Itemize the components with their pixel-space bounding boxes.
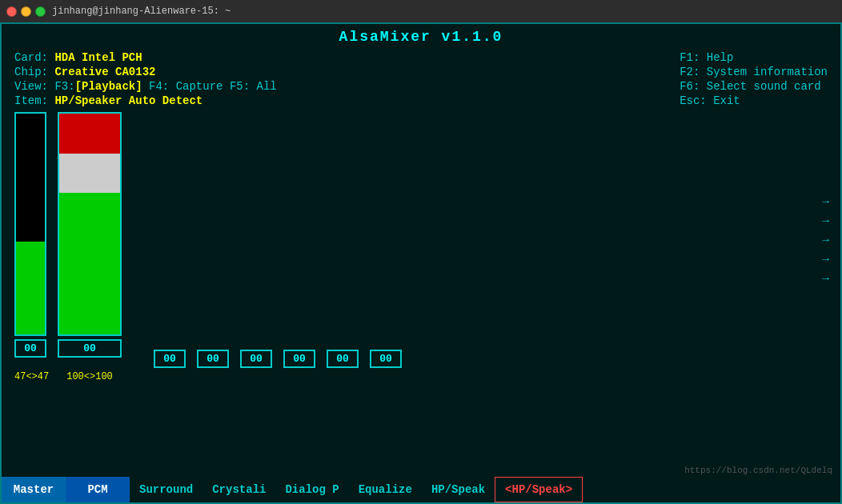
view-label: View:	[14, 80, 48, 93]
master-fader[interactable]	[14, 112, 46, 336]
info-right: F1: Help F2: System information F6: Sele…	[680, 51, 828, 107]
tab-hpspeak2[interactable]: <HP/Speak>	[495, 477, 583, 502]
esc-desc: Exit	[713, 94, 740, 107]
pcm-left-red	[59, 114, 90, 154]
item-label: Item:	[14, 94, 48, 107]
chip-value: Creative CA0132	[54, 66, 155, 78]
arrow-2: →	[823, 214, 829, 227]
card-value: HDA Intel PCH	[54, 51, 142, 64]
app-title: AlsaMixer v1.1.0	[6, 29, 836, 45]
f2-desc: System information	[707, 66, 828, 78]
main-container: AlsaMixer v1.1.0 Card: HDA Intel PCH Chi…	[0, 22, 842, 504]
crystali-value-box: 00	[197, 350, 229, 368]
channel-dialogp: 00	[240, 112, 272, 368]
volume-readouts: 47<>47 100<>100	[6, 371, 836, 382]
channel-master: 00	[14, 112, 46, 368]
arrow-4: →	[823, 253, 829, 266]
view-playback: [Playback]	[75, 80, 142, 93]
channel-hpspeak1: 00	[327, 112, 359, 368]
card-line: Card: HDA Intel PCH	[14, 51, 277, 64]
maximize-button[interactable]	[35, 6, 46, 17]
pcm-vol-label: 100<>100	[58, 371, 122, 382]
f6-shortcut: F6: Select sound card	[680, 80, 828, 93]
view-f5: F5: All	[230, 80, 277, 93]
card-label: Card:	[14, 51, 48, 64]
f1-shortcut: F1: Help	[680, 51, 828, 64]
pcm-fader[interactable]	[58, 112, 122, 336]
arrow-3: →	[823, 234, 829, 246]
f2-key: F2:	[680, 66, 700, 78]
hpspeak2-value-box: 00	[370, 350, 402, 368]
tab-hpspeak1[interactable]: HP/Speak	[422, 477, 495, 502]
channel-crystali: 00	[197, 112, 229, 368]
arrow-5: →	[823, 272, 829, 285]
tab-equalize[interactable]: Equalize	[349, 477, 422, 502]
minimize-button[interactable]	[21, 6, 31, 17]
channel-pcm: 00	[58, 112, 122, 368]
esc-shortcut: Esc: Exit	[680, 94, 828, 107]
surround-value-box: 00	[154, 350, 186, 368]
pcm-right-white	[90, 154, 120, 194]
master-value-box: 00	[14, 339, 46, 358]
chip-line: Chip: Creative CA0132	[14, 66, 277, 78]
tab-pcm[interactable]: PCM	[66, 477, 130, 502]
dialogp-value-box: 00	[240, 350, 272, 368]
arrow-1: →	[823, 195, 829, 208]
info-section: Card: HDA Intel PCH Chip: Creative CA013…	[6, 51, 836, 107]
master-vol-label: 47<>47	[14, 371, 46, 382]
hpspeak1-value-box: 00	[327, 350, 359, 368]
pcm-left-white	[59, 154, 90, 194]
f6-desc: Select sound card	[707, 80, 821, 93]
tab-dialogp[interactable]: Dialog P	[275, 477, 348, 502]
pcm-right-red	[90, 114, 120, 154]
item-value: HP/Speaker Auto Detect	[54, 94, 202, 107]
title-bar: jinhang@jinhang-Alienware-15: ~	[0, 0, 842, 22]
url-watermark: https://blog.csdn.net/QLdelq	[684, 466, 832, 475]
equalize-value-box: 00	[283, 350, 315, 368]
channel-hpspeak2: 00	[370, 112, 402, 368]
pcm-value-box: 00	[58, 339, 122, 358]
f1-desc: Help	[707, 51, 734, 64]
tab-crystali[interactable]: Crystali	[202, 477, 275, 502]
master-fader-fill	[16, 242, 45, 334]
tab-surround[interactable]: Surround	[130, 477, 202, 502]
bottom-tabs: Master PCM Surround Crystali Dialog P Eq…	[2, 477, 840, 502]
mixer-area: 00	[6, 112, 836, 368]
channel-equalize: 00	[283, 112, 315, 368]
esc-key: Esc:	[680, 94, 707, 107]
item-line: Item: HP/Speaker Auto Detect	[14, 94, 277, 107]
f1-key: F1:	[680, 51, 700, 64]
view-f3: F3:	[54, 80, 74, 93]
pcm-left	[59, 114, 90, 334]
scroll-arrows: → → → → →	[823, 195, 829, 285]
pcm-right	[90, 114, 120, 334]
window-controls	[6, 6, 46, 17]
view-line: View: F3:[Playback] F4: Capture F5: All	[14, 80, 277, 93]
tab-master[interactable]: Master	[2, 477, 66, 502]
f2-shortcut: F2: System information	[680, 66, 828, 78]
chip-label: Chip:	[14, 66, 48, 78]
info-left: Card: HDA Intel PCH Chip: Creative CA013…	[14, 51, 277, 107]
f6-key: F6:	[680, 80, 700, 93]
titlebar-text: jinhang@jinhang-Alienware-15: ~	[52, 6, 836, 17]
close-button[interactable]	[6, 6, 17, 17]
view-f4: F4: Capture	[149, 80, 223, 93]
channel-surround: 00	[154, 112, 186, 368]
